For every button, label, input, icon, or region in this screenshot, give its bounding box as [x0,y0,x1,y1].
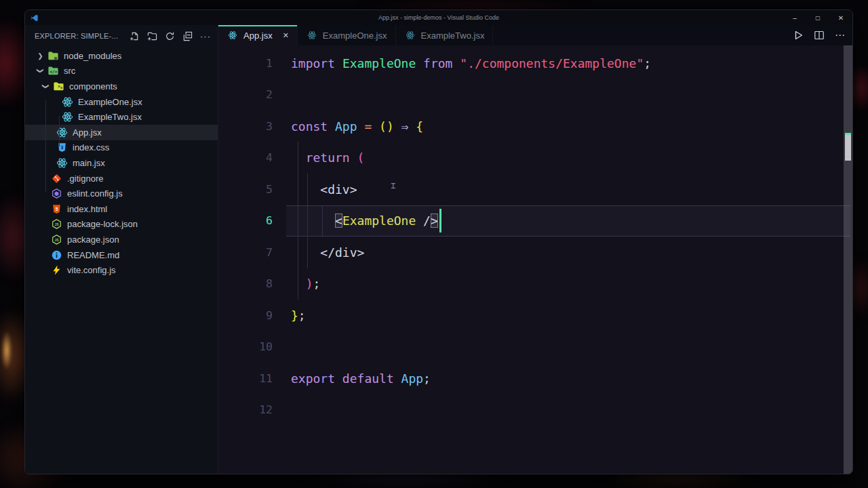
svg-text:JS: JS [54,239,59,242]
tree-indent-guide [45,100,46,192]
tab-label: ExampleOne.jsx [323,30,387,41]
tree-item-exampleone-jsx[interactable]: ExampleOne.jsx [25,94,218,110]
react-icon [404,29,416,41]
tree-item-label: App.jsx [73,127,102,138]
refresh-icon[interactable] [165,31,175,41]
code-line-2[interactable]: 2 [218,79,852,111]
code-line-3[interactable]: 3const App = () ⇒ { [218,110,852,142]
code-line-8[interactable]: 8 ); [218,268,852,300]
chevron-down-icon[interactable]: ❯ [37,65,44,77]
window-title: App.jsx - simple-demos - Visual Studio C… [25,14,852,21]
chevron-right-icon[interactable]: ❯ [35,52,46,60]
code-token: App [394,371,423,386]
folder-node-icon [47,49,59,62]
tab-exampletwo-jsx[interactable]: ExampleTwo.jsx [396,25,494,45]
chevron-down-icon[interactable]: ❯ [42,81,50,92]
line-number: 9 [218,309,286,322]
new-folder-icon[interactable] [147,31,157,41]
code-line-6[interactable]: 6 <ExampleOne /> [218,205,852,237]
eslint-icon [50,188,62,200]
code-line-7[interactable]: 7 </div> [218,237,852,268]
code-token [452,56,460,70]
maximize-button[interactable]: ▢ [806,10,829,25]
code-token: from [423,56,452,70]
code-editor[interactable]: 1import ExampleOne from "./components/Ex… [218,45,852,474]
more-actions-icon[interactable]: ··· [200,31,211,41]
code-line-5[interactable]: 5 <div> [218,174,852,205]
collapse-all-icon[interactable] [182,31,193,41]
code-token: = [357,119,372,134]
code-token: ; [298,308,306,323]
text-cursor [439,209,441,232]
tree-item-exampletwo-jsx[interactable]: ExampleTwo.jsx [25,109,218,125]
react-icon [226,29,239,41]
code-line-4[interactable]: 4 return ( [218,142,852,174]
tree-item--gitignore[interactable]: .gitignore [25,171,218,186]
code-line-9[interactable]: 9}; [218,300,852,331]
tab-bar: App.jsx✕ExampleOne.jsxExampleTwo.jsx ⋯ [218,25,852,45]
tree-item-index-css[interactable]: 3index.css [25,140,218,156]
title-bar[interactable]: App.jsx - simple-demos - Visual Studio C… [25,10,852,25]
code-token: / [416,214,431,228]
code-line-11[interactable]: 11export default App; [218,363,852,394]
vscode-logo-icon [30,14,39,22]
node-json-icon: JS [50,218,62,230]
tree-item-readme-md[interactable]: README.md [25,247,218,263]
line-number: 8 [218,277,286,290]
vite-icon [50,264,62,277]
tree-item-label: README.md [67,250,119,260]
tree-item-label: vite.config.js [67,265,116,275]
tree-item-package-lock-json[interactable]: JSpackage-lock.json [25,217,218,232]
tree-item-label: eslint.config.js [67,188,123,199]
code-token: ; [423,371,431,386]
tree-item-label: main.jsx [73,158,105,168]
tree-item-src[interactable]: ❯</>src [25,64,218,79]
explorer-sidebar: EXPLORER: SIMPLE-... ··· ❯node_modules❯<… [25,25,218,474]
vscode-window: App.jsx - simple-demos - Visual Studio C… [24,9,853,474]
new-file-icon[interactable] [130,31,140,41]
tree-item-eslint-config-js[interactable]: eslint.config.js [25,186,218,201]
split-editor-icon[interactable] [814,30,825,41]
tree-item-label: index.html [67,204,107,214]
indent-guide [298,142,298,300]
tree-item-main-jsx[interactable]: main.jsx [25,155,218,171]
tree-item-index-html[interactable]: 5index.html [25,201,218,217]
svg-text:</>: </> [50,69,57,74]
tree-item-label: package.json [67,235,119,245]
close-tab-icon[interactable]: ✕ [283,31,289,40]
tree-item-label: index.css [73,142,109,152]
tree-item-vite-config-js[interactable]: vite.config.js [25,262,218,278]
tree-item-node-modules[interactable]: ❯node_modules [25,48,218,64]
readme-icon [50,249,62,261]
code-token: App [328,119,357,134]
tab-exampleone-jsx[interactable]: ExampleOne.jsx [298,25,396,45]
more-actions-icon[interactable]: ⋯ [835,29,846,41]
scrollbar-thumb[interactable] [845,133,851,161]
code-token: ) [291,277,313,291]
code-line-12[interactable]: 12 [218,394,852,426]
code-token [416,56,423,70]
explorer-title: EXPLORER: SIMPLE-... [35,32,130,40]
code-token: () [372,119,394,134]
tree-item-label: package-lock.json [67,219,138,229]
line-number: 7 [218,246,286,259]
tab-app-jsx[interactable]: App.jsx✕ [218,25,298,45]
tab-label: ExampleTwo.jsx [421,30,485,41]
code-token: > [431,214,438,228]
minimize-button[interactable]: – [783,10,806,25]
line-number: 1 [218,57,286,70]
react-icon [306,29,318,41]
tree-item-app-jsx[interactable]: App.jsx [25,125,218,140]
close-button[interactable]: ✕ [829,10,852,25]
code-token: ; [644,56,651,70]
code-token: ; [313,277,321,291]
run-icon[interactable] [793,30,804,41]
editor-group: App.jsx✕ExampleOne.jsxExampleTwo.jsx ⋯ 1… [218,25,852,474]
code-token: ExampleOne [342,214,416,228]
tree-indent-guide [59,116,60,146]
svg-text:5: 5 [55,207,58,211]
code-line-10[interactable]: 10 [218,331,852,363]
code-line-1[interactable]: 1import ExampleOne from "./components/Ex… [218,47,852,79]
tree-item-package-json[interactable]: JSpackage.json [25,232,218,247]
tree-item-components[interactable]: ❯components [25,79,218,94]
